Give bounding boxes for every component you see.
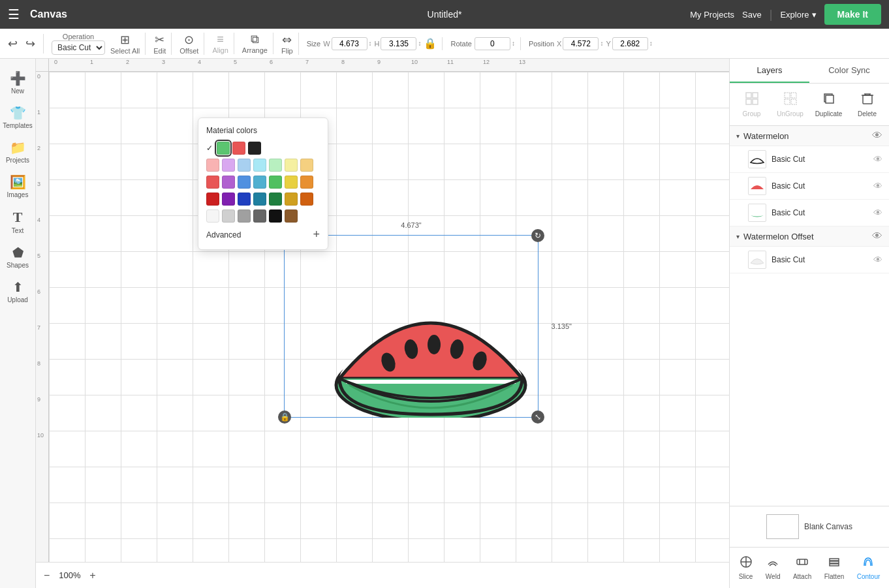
offset-button[interactable]: ⊙ Offset xyxy=(179,33,198,55)
my-projects-button[interactable]: My Projects xyxy=(690,10,734,20)
height-input[interactable] xyxy=(381,37,416,50)
ungroup-button[interactable]: UnGroup xyxy=(771,89,809,120)
x-input[interactable] xyxy=(563,37,599,50)
color-swatch-med-purple[interactable] xyxy=(222,176,235,189)
color-swatch-dark-red[interactable] xyxy=(206,193,219,206)
layer-item-watermelon-green-name: Basic Cut xyxy=(772,208,873,217)
undo-button[interactable]: ↩ xyxy=(5,34,20,54)
flatten-button[interactable]: Flatten xyxy=(820,553,849,583)
color-swatch-dark-blue[interactable] xyxy=(238,193,251,206)
zoom-out-button[interactable]: − xyxy=(44,570,50,581)
align-button[interactable]: ≡ Align xyxy=(212,33,228,54)
color-swatch-light-pink[interactable] xyxy=(206,159,219,172)
color-swatch-med-cyan[interactable] xyxy=(253,176,266,189)
color-swatch-dark-green[interactable] xyxy=(269,193,282,206)
advanced-label[interactable]: Advanced xyxy=(206,230,241,240)
layer-group-offset-header[interactable]: ▾ Watermelon Offset 👁 xyxy=(730,226,889,247)
sidebar-item-new[interactable]: ➕ New xyxy=(2,67,33,99)
layer-group-watermelon-header[interactable]: ▾ Watermelon 👁 xyxy=(730,126,889,146)
arrange-button[interactable]: ⧉ Arrange xyxy=(242,33,268,54)
attach-button[interactable]: Attach xyxy=(789,553,815,583)
color-swatch-light-blue[interactable] xyxy=(238,159,251,172)
sidebar-item-upload[interactable]: ⬆ Upload xyxy=(2,275,33,307)
color-swatch-med-blue[interactable] xyxy=(238,176,251,189)
zoom-in-button[interactable]: + xyxy=(89,570,95,581)
color-swatch-black2[interactable] xyxy=(269,209,282,223)
color-swatch-light-green[interactable] xyxy=(269,159,282,172)
layer-item-offset-visibility[interactable]: 👁 xyxy=(873,255,882,265)
delete-button[interactable]: Delete xyxy=(848,89,886,120)
svg-rect-14 xyxy=(791,99,796,104)
layer-item-watermelon-red-visibility[interactable]: 👁 xyxy=(873,181,882,191)
color-swatch-green[interactable] xyxy=(217,142,230,155)
layer-item-watermelon-outline[interactable]: Basic Cut 👁 xyxy=(730,146,889,173)
color-swatch-light-gray[interactable] xyxy=(222,209,235,223)
color-swatch-dark-orange[interactable] xyxy=(300,193,313,206)
layer-item-watermelon-outline-visibility[interactable]: 👁 xyxy=(873,154,882,164)
layer-thumb-green xyxy=(748,204,766,222)
new-icon: ➕ xyxy=(10,70,26,86)
color-swatch-white[interactable] xyxy=(206,209,219,223)
color-swatch-med-red[interactable] xyxy=(206,176,219,189)
flip-button[interactable]: ⇔ Flip xyxy=(281,33,293,55)
watermelon-group-arrow: ▾ xyxy=(736,132,740,140)
color-swatch-light-cyan[interactable] xyxy=(253,159,266,172)
duplicate-button[interactable]: Duplicate xyxy=(809,89,848,120)
color-swatch-med-orange[interactable] xyxy=(300,176,313,189)
layer-item-watermelon-red-name: Basic Cut xyxy=(772,181,873,191)
operation-select[interactable]: Basic Cut xyxy=(52,40,105,55)
color-swatch-dark-purple[interactable] xyxy=(222,193,235,206)
group-button[interactable]: Group xyxy=(732,89,771,120)
watermelon-group-visibility[interactable]: 👁 xyxy=(872,130,882,142)
tab-layers[interactable]: Layers xyxy=(730,59,809,83)
color-swatch-light-purple[interactable] xyxy=(222,159,235,172)
layer-item-watermelon-green-visibility[interactable]: 👁 xyxy=(873,208,882,218)
color-picker-popup: Material colors ✓ xyxy=(198,117,328,250)
color-swatch-med-green[interactable] xyxy=(269,176,282,189)
sidebar-label-upload: Upload xyxy=(7,296,28,303)
select-all-button[interactable]: ⊞ Select All xyxy=(110,33,140,55)
blank-canvas-area: Blank Canvas xyxy=(730,506,889,547)
svg-rect-28 xyxy=(830,559,839,561)
redo-button[interactable]: ↪ xyxy=(23,34,38,54)
watermelon-image[interactable] xyxy=(323,255,538,418)
edit-button[interactable]: ✂ Edit xyxy=(153,33,166,55)
rotate-input[interactable] xyxy=(475,37,510,50)
color-swatch-red[interactable] xyxy=(232,142,245,155)
color-swatch-dark-cyan[interactable] xyxy=(253,193,266,206)
layer-item-offset-white[interactable]: Basic Cut 👁 xyxy=(730,247,889,273)
sidebar-item-templates[interactable]: 👕 Templates xyxy=(2,101,33,133)
offset-group-visibility[interactable]: 👁 xyxy=(872,230,882,242)
color-swatch-med-gray[interactable] xyxy=(238,209,251,223)
canvas-grid[interactable]: 4.673" 3.135" ↻ 🔒 ⤡ xyxy=(49,72,729,562)
sidebar-item-images[interactable]: 🖼️ Images xyxy=(2,170,33,202)
weld-button[interactable]: Weld xyxy=(762,553,785,583)
menu-icon[interactable]: ☰ xyxy=(8,7,20,22)
color-swatch-light-orange[interactable] xyxy=(300,159,313,172)
sidebar-item-shapes[interactable]: ⬟ Shapes xyxy=(2,241,33,273)
rotate-handle[interactable]: ↻ xyxy=(531,229,544,242)
y-input[interactable] xyxy=(612,37,648,50)
canvas-area[interactable]: 0 1 2 3 4 5 6 7 8 9 10 11 12 13 0 1 2 xyxy=(36,59,729,588)
layer-item-watermelon-red[interactable]: Basic Cut 👁 xyxy=(730,173,889,200)
color-swatch-light-yellow[interactable] xyxy=(285,159,298,172)
color-swatch-black[interactable] xyxy=(248,142,261,155)
right-panel-tabs: Layers Color Sync xyxy=(730,59,889,84)
sidebar-item-text[interactable]: T Text xyxy=(2,205,33,238)
slice-button[interactable]: Slice xyxy=(735,553,757,583)
lock-handle[interactable]: 🔒 xyxy=(278,410,291,424)
color-swatch-med-yellow[interactable] xyxy=(285,176,298,189)
sidebar-item-projects[interactable]: 📁 Projects xyxy=(2,136,33,168)
lock-ratio-icon[interactable]: 🔒 xyxy=(424,37,437,50)
width-input[interactable] xyxy=(332,37,367,50)
tab-color-sync[interactable]: Color Sync xyxy=(809,59,889,83)
advanced-plus-button[interactable]: + xyxy=(313,228,320,241)
make-it-button[interactable]: Make It xyxy=(824,4,881,25)
color-swatch-brown[interactable] xyxy=(285,209,298,223)
contour-button[interactable]: Contour xyxy=(853,553,884,583)
explore-button[interactable]: Explore ▾ xyxy=(780,10,816,20)
layer-item-watermelon-green[interactable]: Basic Cut 👁 xyxy=(730,200,889,226)
color-swatch-dark-yellow[interactable] xyxy=(285,193,298,206)
save-button[interactable]: Save xyxy=(742,10,762,20)
color-swatch-dark-gray[interactable] xyxy=(253,209,266,223)
